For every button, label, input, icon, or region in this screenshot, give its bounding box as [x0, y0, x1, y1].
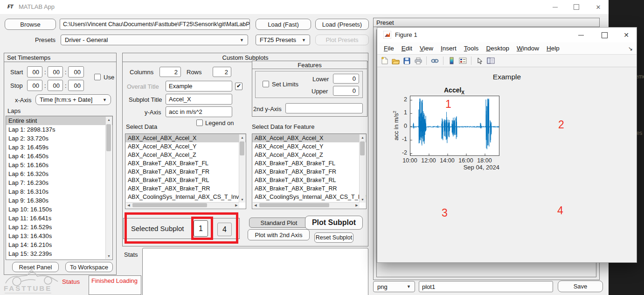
- start-second-input[interactable]: 00: [68, 66, 84, 77]
- data-list-item[interactable]: ABX_BrakeT_ABX_BrakeT_RR: [252, 184, 366, 193]
- upper-input[interactable]: 0: [333, 86, 359, 96]
- stop-second-input[interactable]: 00: [68, 80, 84, 91]
- data-list-item[interactable]: ABX_Accel_ABX_Accel_Z: [125, 151, 246, 159]
- maximize-button[interactable]: [566, 0, 587, 14]
- set-limits-checkbox[interactable]: [263, 81, 269, 87]
- browse-button[interactable]: Browse: [5, 19, 56, 30]
- scrollbar-thumb[interactable]: [259, 203, 329, 207]
- scrollbar-thumb[interactable]: [240, 141, 244, 155]
- print-icon[interactable]: [414, 56, 422, 65]
- filename-input[interactable]: plot1: [419, 281, 553, 292]
- lap-list-item[interactable]: Lap 11: 16.641s: [6, 214, 112, 223]
- start-minute-input[interactable]: 00: [48, 66, 63, 77]
- data-list-item[interactable]: ABX_Accel_ABX_Accel_Y: [125, 142, 246, 151]
- data-list-item[interactable]: ABX_Accel_ABX_Accel_X: [125, 134, 246, 142]
- minimize-button[interactable]: [544, 0, 566, 14]
- lap-list-item[interactable]: Lap 7: 16.230s: [6, 178, 112, 187]
- scroll-down-icon[interactable]: ▼: [360, 197, 366, 203]
- feature-data-vscrollbar[interactable]: ▲ ▼: [359, 134, 366, 203]
- selected-subplot-input[interactable]: 1: [194, 220, 208, 237]
- figure-menu-tools[interactable]: Tools: [460, 45, 483, 52]
- columns-input[interactable]: 2: [159, 67, 181, 77]
- data-list-item[interactable]: ABX_Accel_ABX_Accel_Y: [252, 142, 366, 151]
- data-list-item[interactable]: ABX_BrakeT_ABX_BrakeT_FR: [125, 168, 246, 176]
- scroll-down-icon[interactable]: ▼: [106, 253, 112, 259]
- lap-list-item[interactable]: Lap 16: 15.980s: [6, 258, 112, 260]
- lap-list-item[interactable]: Entire stint: [6, 116, 112, 125]
- data-list-item[interactable]: ABX_Accel_ABX_Accel_X: [252, 134, 366, 142]
- feature-data-hscrollbar[interactable]: ◀ ▶: [253, 202, 360, 208]
- start-hour-input[interactable]: 00: [27, 66, 42, 77]
- subplot-title-input[interactable]: Accel_X: [166, 94, 232, 105]
- lap-list-item[interactable]: Lap 5: 16.160s: [6, 161, 112, 169]
- lap-list-item[interactable]: Lap 4: 16.450s: [6, 152, 112, 161]
- save-icon[interactable]: [402, 56, 411, 65]
- stop-minute-input[interactable]: 00: [48, 80, 63, 91]
- rows-input[interactable]: 2: [213, 67, 231, 77]
- y-axis-input[interactable]: acc in m/s^2: [166, 106, 232, 117]
- second-yaxis-input[interactable]: [285, 103, 363, 113]
- data-list-item[interactable]: ABX_BrakeT_ABX_BrakeT_FR: [252, 168, 366, 176]
- ft25-presets-dropdown[interactable]: FT25 Presets ▼: [256, 35, 310, 45]
- lap-list-item[interactable]: Lap 6: 16.320s: [6, 169, 112, 178]
- lap-list-item[interactable]: Lap 9: 16.380s: [6, 196, 112, 205]
- data-list-item[interactable]: ABX_CoolingSys_Internal_ABX_CS_T_InvL: [252, 193, 366, 201]
- lap-list-item[interactable]: Lap 3: 16.459s: [6, 143, 112, 152]
- figure-maximize-button[interactable]: [594, 28, 615, 42]
- lap-list-item[interactable]: Lap 15: 32.239s: [6, 249, 112, 258]
- lap-list-item[interactable]: Lap 8: 16.310s: [6, 187, 112, 196]
- legend-checkbox[interactable]: [196, 119, 203, 126]
- lap-list-item[interactable]: Lap 13: 16.430s: [6, 232, 112, 240]
- scroll-right-icon[interactable]: ▶: [354, 203, 360, 208]
- scroll-up-icon[interactable]: ▲: [239, 134, 245, 140]
- scrollbar-thumb[interactable]: [360, 141, 365, 155]
- plot-subplot-button[interactable]: Plot Subplot: [305, 216, 363, 230]
- scroll-up-icon[interactable]: ▲: [106, 117, 112, 123]
- reset-subplot-button[interactable]: Reset Subplot: [314, 232, 353, 243]
- use-checkbox[interactable]: [94, 74, 101, 80]
- data-list-item[interactable]: ABX_BrakeT_ABX_BrakeT_RL: [125, 176, 246, 184]
- figure-menu-view[interactable]: View: [416, 45, 437, 52]
- stop-hour-input[interactable]: 00: [27, 80, 42, 91]
- lap-list-item[interactable]: Lap 12: 16.529s: [6, 223, 112, 232]
- data-list-item[interactable]: ABX_BrakeT_ABX_BrakeT_RL: [252, 176, 366, 184]
- figure-minimize-button[interactable]: [570, 28, 592, 42]
- scrollbar-thumb[interactable]: [106, 124, 111, 151]
- figure-menu-desktop[interactable]: Desktop: [482, 45, 513, 52]
- insert-legend-icon[interactable]: [458, 56, 467, 65]
- dock-figure-icon[interactable]: ↘: [628, 45, 633, 52]
- figure-menu-edit[interactable]: Edit: [398, 45, 416, 52]
- stats-textarea[interactable]: [142, 248, 368, 295]
- select-data-hscrollbar[interactable]: ◀ ▶: [126, 202, 239, 208]
- laps-scrollbar[interactable]: ▲ ▼: [105, 117, 112, 259]
- select-data-vscrollbar[interactable]: ▲ ▼: [239, 134, 245, 203]
- scroll-left-icon[interactable]: ◀: [253, 203, 258, 208]
- open-file-icon[interactable]: [391, 56, 400, 65]
- scroll-left-icon[interactable]: ◀: [126, 203, 132, 208]
- data-list-item[interactable]: ABX_Accel_ABX_Accel_Z: [252, 151, 366, 159]
- plot-presets-button[interactable]: Plot Presets: [315, 35, 369, 45]
- scroll-right-icon[interactable]: ▶: [234, 203, 239, 208]
- figure-menu-window[interactable]: Window: [513, 45, 543, 52]
- lap-list-item[interactable]: Lap 10: 16.150s: [6, 205, 112, 214]
- lap-list-item[interactable]: Lap 1: 2898.137s: [6, 125, 112, 134]
- scroll-down-icon[interactable]: ▼: [239, 197, 245, 203]
- data-list-item[interactable]: ABX_BrakeT_ABX_BrakeT_FL: [125, 159, 246, 168]
- scrollbar-thumb[interactable]: [132, 203, 207, 207]
- save-button[interactable]: Save: [558, 281, 603, 292]
- figure-menu-file[interactable]: File: [380, 45, 398, 52]
- figure-menu-help[interactable]: Help: [543, 45, 563, 52]
- standard-plot-button[interactable]: Standard Plot: [249, 218, 309, 228]
- lower-input[interactable]: 0: [333, 74, 359, 84]
- overall-title-checkbox[interactable]: ✔: [235, 83, 242, 90]
- x-axis-dropdown[interactable]: Time [h:m:s + Date] ▼: [35, 94, 111, 105]
- data-list-item[interactable]: ABX_CoolingSys_Internal_ABX_CS_T_InvL: [125, 193, 246, 201]
- path-input[interactable]: C:\Users\Vincent Chau\Documents\Fasttube…: [60, 19, 250, 30]
- new-figure-icon[interactable]: [380, 56, 389, 65]
- insert-colorbar-icon[interactable]: [447, 56, 456, 65]
- to-workspace-button[interactable]: To Workspace: [65, 262, 113, 272]
- edit-plot-cursor-icon[interactable]: [475, 56, 484, 65]
- lap-list-item[interactable]: Lap 2: 33.720s: [6, 134, 112, 143]
- close-button[interactable]: ✕: [588, 0, 609, 14]
- property-inspector-icon[interactable]: [486, 56, 495, 65]
